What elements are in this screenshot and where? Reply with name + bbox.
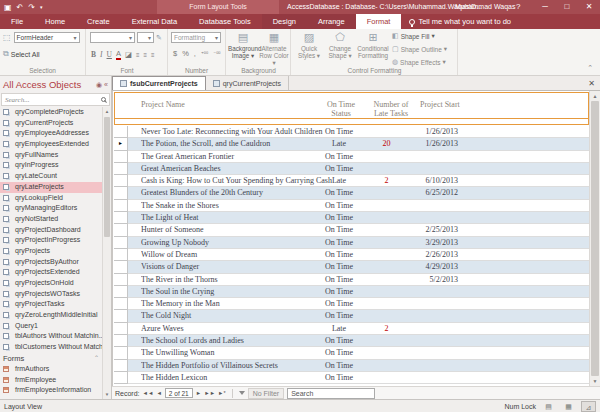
cell-project-name[interactable]: The Unwilling Woman [141, 347, 439, 359]
tab-fsubcurrentprojects[interactable]: fsubCurrentProjects [112, 76, 206, 90]
cell-project-name[interactable]: The Soul in the Crying [141, 286, 439, 298]
record-selector[interactable] [114, 151, 128, 163]
cell-on-time-status[interactable]: On Time [314, 151, 364, 163]
number-format-dropdown[interactable]: Formatting▾ [171, 32, 221, 43]
cell-on-time-status[interactable]: Late [314, 323, 364, 335]
cell-on-time-status[interactable]: On Time [314, 212, 364, 224]
table-row[interactable]: Great American BeachesOn Time [114, 163, 589, 175]
nav-item-qryprojectswotasks[interactable]: qryProjectsWOTasks [0, 289, 102, 300]
conditional-formatting-button[interactable]: ⊞ Conditional Formatting [356, 31, 390, 59]
underline-button[interactable]: U [107, 50, 112, 59]
cell-on-time-status[interactable]: On Time [314, 224, 364, 236]
record-selector[interactable] [114, 237, 128, 249]
datasheet-view-icon[interactable]: ▦ [561, 401, 576, 412]
nav-item-qryfullnames[interactable]: qryFullNames [0, 150, 102, 161]
column-header-project-name[interactable]: Project Name [141, 100, 185, 109]
table-row[interactable]: Willow of DreamOn Time2/26/2013 [114, 249, 589, 261]
form-view-icon[interactable]: ▤ [541, 401, 556, 412]
collapse-section-icon[interactable]: ⌃ [94, 353, 99, 364]
comma-button[interactable]: , [194, 49, 196, 58]
nav-item-qryinprogress[interactable]: qryInProgress [0, 160, 102, 171]
nav-item-frmemployeeinformation[interactable]: frmEmployeeInformation [0, 385, 102, 396]
nav-item-qrynotstarted[interactable]: qryNotStarted [0, 214, 102, 225]
nav-item-qryemployeeaddresses[interactable]: qryEmployeeAddresses [0, 128, 102, 139]
record-selector[interactable] [114, 335, 128, 347]
table-row[interactable]: The Unwilling WomanOn Time [114, 347, 589, 359]
percent-button[interactable]: % [182, 49, 189, 58]
cell-on-time-status[interactable]: On Time [314, 126, 364, 138]
table-row[interactable]: The Snake in the ShoresOn Time [114, 200, 589, 212]
table-row[interactable]: The Hidden Portfolio of Villainous Secre… [114, 360, 589, 372]
qat-customize-icon[interactable]: ▾ [40, 4, 43, 10]
minimize-button[interactable]: ─ [534, 0, 556, 14]
record-selector[interactable] [114, 372, 128, 384]
cell-project-start[interactable]: 6/10/2013 [414, 175, 458, 187]
nav-item-qryprojectsextended[interactable]: qryProjectsExtended [0, 267, 102, 278]
cell-project-start[interactable]: 2/25/2013 [414, 224, 458, 236]
save-icon[interactable]: ▣ [4, 3, 12, 12]
shape-effects-button[interactable]: ◍ Shape Effects ▾ [392, 58, 446, 66]
table-row[interactable]: Never Too Late: Reconnecting with Your A… [114, 126, 589, 138]
table-row[interactable]: The Cold NightOn Time [114, 310, 589, 322]
table-row[interactable]: The School of Lords and LadiesOn Time [114, 335, 589, 347]
nav-item-qryprojecttasks[interactable]: qryProjectTasks [0, 299, 102, 310]
nav-item-qryprojectsonhold[interactable]: qryProjectsOnHold [0, 278, 102, 289]
cell-project-start[interactable]: 4/29/2013 [414, 261, 458, 273]
cell-on-time-status[interactable]: On Time [314, 249, 364, 261]
font-name-dropdown[interactable]: ▾ [90, 32, 135, 43]
cell-on-time-status[interactable]: On Time [314, 372, 364, 384]
record-position[interactable]: 2 of 21 [165, 388, 193, 398]
scroll-up-icon[interactable]: ▲ [590, 91, 600, 101]
current-record-selector[interactable]: ► [114, 138, 128, 150]
cell-project-start[interactable]: 3/29/2013 [414, 237, 458, 249]
cell-project-name[interactable]: Growing Up Nobody [141, 237, 439, 249]
form-scroll-thumb[interactable] [591, 101, 599, 376]
nav-item-qrycurrentprojects[interactable]: qryCurrentProjects [0, 118, 102, 129]
background-image-button[interactable]: ▤ Background Image ▾ [228, 31, 258, 59]
cell-project-start[interactable]: 6/25/2012 [414, 187, 458, 199]
record-selector[interactable] [114, 249, 128, 261]
record-search-input[interactable]: Search [287, 388, 375, 399]
brush-icon[interactable]: ✎ [156, 34, 162, 42]
next-record-icon[interactable]: ► [196, 390, 201, 396]
cell-project-name[interactable]: Hunter of Someone [141, 224, 439, 236]
quick-styles-button[interactable]: ▨ Quick Styles ▾ [294, 31, 324, 59]
account-name[interactable]: Muhammad Waqas [455, 0, 515, 14]
cell-on-time-status[interactable]: On Time [314, 360, 364, 372]
cell-project-start[interactable]: 1/26/2013 [414, 126, 458, 138]
nav-item-query1[interactable]: Query1 [0, 321, 102, 332]
cell-on-time-status[interactable]: On Time [314, 335, 364, 347]
nav-item-qrycompletedprojects[interactable]: qryCompletedProjects [0, 107, 102, 118]
fill-color-icon[interactable]: ◪ [125, 50, 132, 59]
close-document-icon[interactable]: ✕ [583, 76, 600, 90]
last-record-icon[interactable]: ►► [204, 390, 215, 396]
new-record-icon[interactable]: ►* [218, 390, 226, 396]
ribbon-tab-home[interactable]: Home [34, 14, 76, 29]
table-row[interactable]: Greatest Blunders of the 20th CenturyOn … [114, 187, 589, 199]
ribbon-tab-database-tools[interactable]: Database Tools [188, 14, 262, 29]
nav-item-qryzerolengthmiddleinitial[interactable]: qryZeroLengthMiddleInitial [0, 310, 102, 321]
align-left-icon[interactable]: ≡ [136, 52, 140, 58]
record-selector[interactable] [114, 298, 128, 310]
record-selector[interactable] [114, 224, 128, 236]
layout-view-icon[interactable]: ⊿ [581, 401, 596, 412]
form-scrollbar[interactable]: ▲ ▼ [589, 91, 600, 386]
cell-late-tasks[interactable]: 2 [369, 175, 404, 187]
shutter-close-icon[interactable]: « [104, 81, 108, 88]
table-row[interactable]: Visions of DangerOn Time4/29/2013 [114, 261, 589, 273]
tab-qrycurrentprojects[interactable]: qryCurrentProjects [206, 76, 289, 90]
cell-late-tasks[interactable]: 2 [369, 323, 404, 335]
cell-project-name[interactable]: The Snake in the Shores [141, 200, 439, 212]
scroll-down-icon[interactable]: ▼ [590, 376, 600, 386]
cell-on-time-status[interactable]: On Time [314, 298, 364, 310]
nav-item-qryprojectinprogress[interactable]: qryProjectInProgress [0, 235, 102, 246]
ribbon-tab-format[interactable]: Format [356, 14, 402, 29]
select-all-button[interactable]: ⧉ Select All [3, 49, 40, 59]
italic-button[interactable]: I [100, 50, 103, 59]
nav-item-tblauthors-without-matchin-[interactable]: tblAuthors Without Matchin... [0, 331, 102, 342]
cell-late-tasks[interactable]: 20 [369, 138, 404, 150]
font-color-button[interactable]: A [116, 49, 121, 60]
table-row[interactable]: Growing Up NobodyOn Time3/29/2013 [114, 237, 589, 249]
redo-icon[interactable]: ↷ [28, 3, 35, 12]
nav-search-input[interactable]: Search... [1, 93, 110, 106]
